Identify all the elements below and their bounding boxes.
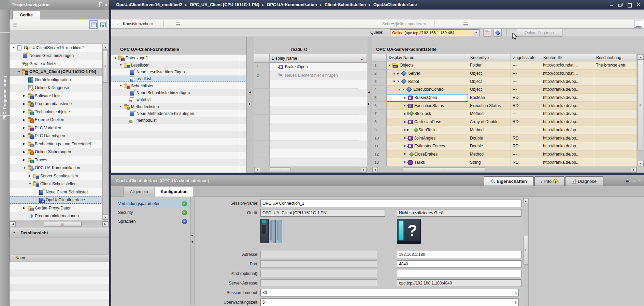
server-table-row[interactable]: 3▼RobotObject---http://franka.de/op... [372, 77, 637, 86]
dropdown-arrow-icon[interactable]: ▼ [473, 30, 479, 36]
project-tree-item[interactable]: ▶Geräte-Proxy-Daten [10, 204, 102, 212]
expand-arrow-icon[interactable]: ▶ [23, 94, 28, 97]
expand-collapse-icon[interactable] [175, 22, 181, 27]
project-tree-item[interactable]: ▶Beobachtungs- und Forcetabel.. [10, 140, 102, 148]
expand-arrow-icon[interactable]: ▶ [407, 128, 411, 131]
server-cell-display-name[interactable]: EstimatedForces [387, 142, 468, 150]
collapse-arrow-icon[interactable]: ▼ [119, 63, 124, 67]
project-tree-item[interactable]: Programminformationen [10, 212, 102, 220]
project-tree-item[interactable]: ▼OpcUaClientServer16_modified2 [10, 44, 102, 52]
tab-diagnose[interactable]: Diagnose [565, 176, 603, 186]
collapse-arrow-icon[interactable]: ▼ [29, 183, 33, 186]
readlist-row[interactable]: 1BrakesOpen.. [254, 63, 367, 71]
project-tree-item[interactable]: ▶Traces [10, 156, 102, 164]
server-cell-display-name[interactable]: ▼opcObjects [387, 61, 468, 70]
readlist-cell-name[interactable]: Neues Element hier einfügen [270, 71, 359, 80]
consistency-check-icon[interactable] [115, 22, 120, 27]
client-tree-item[interactable]: ✶Neue Methodenliste hinzufügen [111, 110, 246, 117]
server-table-row[interactable]: 7StopTaskMethod---http://franka.de/op... [372, 110, 637, 118]
expand-arrow-icon[interactable]: ▶ [23, 150, 28, 154]
expand-arrow-icon[interactable]: ▶ [23, 158, 28, 161]
server-col-knoten-id[interactable]: Knoten-ID [541, 54, 594, 61]
server-cell-display-name[interactable]: BrakesOpen [387, 94, 468, 102]
server-table-row[interactable]: 2▶ServerObject---http://opcfoundati... [372, 70, 637, 78]
project-tree-hscrollbar[interactable]: ◀ ||| ▶ [10, 221, 109, 227]
expand-arrow-icon[interactable]: ▶ [23, 126, 28, 129]
project-tree-item[interactable]: ✶Neues Gerät hinzufügen [10, 52, 102, 60]
breadcrumb-item[interactable]: OPC UA-Kommunikation [267, 2, 317, 7]
project-tree-item[interactable]: ▶Software Units [10, 92, 102, 100]
project-tree-vscrollbar[interactable]: ▲ ≡ ▼ [102, 44, 109, 220]
breadcrumb-item[interactable]: OpcUaClientServer16_modified2 [116, 2, 182, 7]
expand-arrow-icon[interactable]: ▶ [397, 72, 401, 75]
tab-info[interactable]: i Info i [534, 176, 564, 186]
server-table-row[interactable]: 4▼ExecutionControlObject---http://franka… [372, 86, 637, 94]
server-cell-display-name[interactable]: ▼Robot [387, 77, 468, 86]
project-tree-item[interactable]: OpcUaClientInterface [10, 196, 102, 204]
server-cell-display-name[interactable]: CloseBrakes [387, 150, 468, 159]
properties-nav-sprachen[interactable]: Sprachen✓ [116, 217, 190, 226]
tab-allgemein[interactable]: Allgemein [124, 187, 154, 196]
project-tree-item[interactable]: ▼OPC_UA_Client [CPU 1511C-1 PN] [10, 68, 102, 76]
collapse-arrow-icon[interactable]: ▼ [114, 57, 118, 60]
server-table-row[interactable]: 1▼opcObjectsFolder---http://opcfoundati.… [372, 61, 637, 70]
readlist-col-more[interactable]: ... [359, 54, 367, 63]
tab-eigenschaften[interactable]: Eigenschaften [484, 176, 534, 186]
expand-arrow-icon[interactable]: ▶ [23, 102, 28, 105]
server-table-row[interactable]: 11EstimatedForcesDoubleRDhttp://franka.d… [372, 142, 637, 150]
expand-arrow-icon[interactable]: ▶ [23, 134, 28, 137]
server-table-row[interactable]: 9▶StartTaskMethod---http://franka.de/op.… [372, 126, 637, 134]
detail-view-header[interactable]: ▼ Detailansicht [10, 228, 109, 237]
client-tree-item[interactable]: ✶Neue Leseliste hinzufügen [111, 69, 246, 75]
project-tree-item[interactable]: ▶Server-Schnittstellen [10, 172, 102, 180]
refresh-source-button[interactable] [493, 29, 502, 37]
restore-icon[interactable] [618, 3, 623, 7]
server-table-row[interactable]: 12CloseBrakesMethod---http://franka.de/o… [372, 150, 637, 159]
collapse-arrow-icon[interactable]: ▼ [388, 64, 392, 67]
client-tree-item[interactable]: ▼Leselisten [111, 61, 246, 68]
tab-konfiguration[interactable]: Konfiguration [155, 187, 193, 196]
server-cell-display-name[interactable]: JointAngles [387, 134, 468, 142]
details-view-icon[interactable] [89, 21, 98, 28]
splitter-readlist-server[interactable]: ◀ ▶ [367, 37, 372, 173]
project-tree-item[interactable]: ▼Client-Schnittstellen [10, 180, 102, 188]
collapse-panel-icon[interactable]: ◀ [104, 0, 107, 10]
project-tree-item[interactable]: ▶Programmbausteine [10, 100, 102, 108]
server-col-zugriffsstufe[interactable]: Zugriffsstufe [511, 54, 541, 61]
project-tree-item[interactable]: ▶PLC-Variablen [10, 124, 102, 132]
collapse-arrow-icon[interactable]: ▼ [397, 80, 401, 83]
readlist-col-display-name[interactable]: Display Name [270, 54, 359, 63]
server-cell-display-name[interactable]: ▶Server [387, 70, 468, 78]
session-name-input[interactable]: OPC UA Connection_1 [260, 200, 521, 207]
maximize-icon[interactable] [627, 3, 632, 7]
project-tree-item[interactable]: Online & Diagnose [10, 84, 102, 92]
sort-icon[interactable] [12, 22, 18, 27]
client-tree-item[interactable]: ▼Schreiblisten [111, 82, 246, 89]
expand-collapse-icon-2[interactable] [463, 22, 469, 27]
project-tree-item[interactable]: ▶PLC-Datentypen [10, 132, 102, 140]
collapse-arrow-icon[interactable]: ▼ [402, 88, 406, 91]
browse-folder-button[interactable] [483, 29, 491, 37]
collapse-arrow-icon[interactable]: ▼ [23, 166, 28, 170]
server-col-knotentyp[interactable]: Knotentyp [468, 54, 511, 61]
readlist-row[interactable]: 2Neues Element hier einfügen [254, 71, 367, 80]
import-interface-button[interactable]: Schnittstelle importieren [382, 19, 426, 28]
project-tree-item[interactable]: ▶Technologieobjekte [10, 108, 102, 116]
server-table-vscrollbar[interactable]: ▲ ≡ ▼ [637, 54, 644, 166]
client-tree-item[interactable]: writeList [111, 96, 246, 103]
properties-nav-verbindungsparameter[interactable]: Verbindungsparameter✓ [116, 199, 190, 208]
editor-properties-divider[interactable] [111, 173, 644, 175]
form-right-field[interactable]: 192.168.1.180 [397, 251, 521, 258]
breadcrumb-item[interactable]: OpcUaClientInterface [373, 2, 417, 7]
minimize-icon[interactable] [610, 3, 614, 7]
server-table-row[interactable]: 13TasksStringRDhttp://franka.de/op... [372, 158, 637, 166]
collapse-arrow-icon[interactable]: ▼ [12, 46, 17, 49]
project-tree-item[interactable]: Geräte & Netze [10, 60, 102, 68]
server-col-beschreibung[interactable]: Beschreibung [594, 54, 637, 61]
project-tree-item[interactable]: ✶Neue Client-Schnittstell... [10, 188, 102, 196]
server-cell-display-name[interactable]: Tasks [387, 158, 468, 166]
project-tree-item[interactable]: ▼OPC UA-Kommunikation [10, 164, 102, 172]
form-right-field[interactable] [397, 270, 521, 277]
server-table-row[interactable]: 8CartesianPoseArray of DoubleRDhttp://fr… [372, 118, 637, 126]
server-table-row[interactable]: 10JointAnglesDoubleRDhttp://franka.de/op… [372, 134, 637, 142]
